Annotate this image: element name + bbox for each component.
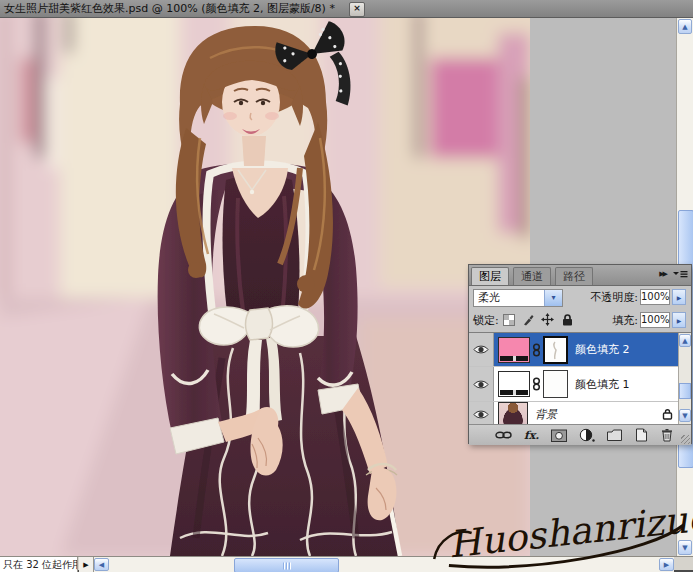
fill-layer-swatch-pink[interactable] bbox=[498, 337, 530, 363]
lock-all-icon[interactable] bbox=[561, 313, 574, 326]
eye-icon bbox=[473, 409, 489, 420]
background-layer-thumbnail[interactable] bbox=[498, 402, 528, 425]
document-title: 女生照片甜美紫红色效果.psd @ 100% (颜色填充 2, 图层蒙版/8) … bbox=[4, 2, 335, 15]
blend-mode-select[interactable]: 柔光 ▾ bbox=[473, 289, 563, 307]
add-layer-mask-icon[interactable] bbox=[551, 429, 567, 442]
background-locked-icon bbox=[662, 408, 673, 420]
layer-name[interactable]: 颜色填充 1 bbox=[575, 377, 630, 392]
collapse-panel-icon[interactable]: ▶▶ bbox=[659, 270, 666, 278]
visibility-toggle[interactable] bbox=[469, 333, 494, 366]
delete-layer-icon[interactable] bbox=[660, 428, 674, 442]
visibility-toggle[interactable] bbox=[469, 367, 494, 401]
scroll-left-icon[interactable]: ◀ bbox=[94, 558, 109, 571]
tab-layers[interactable]: 图层 bbox=[471, 267, 509, 285]
layer-mask-thumbnail[interactable] bbox=[543, 336, 568, 364]
layer-row-color-fill-2[interactable]: 颜色填充 2 bbox=[469, 333, 691, 367]
new-layer-icon[interactable] bbox=[634, 428, 648, 442]
opacity-spinner-icon[interactable]: ▶ bbox=[672, 289, 686, 305]
lock-move-icon[interactable] bbox=[541, 313, 554, 326]
fill-layer-swatch-white[interactable] bbox=[498, 371, 530, 397]
list-scrollbar-thumb[interactable] bbox=[679, 383, 691, 399]
lock-label: 锁定: bbox=[473, 313, 499, 328]
dropdown-arrow-icon[interactable]: ▾ bbox=[544, 290, 562, 306]
fill-input[interactable]: 100% bbox=[640, 312, 670, 328]
blend-mode-value: 柔光 bbox=[478, 291, 500, 304]
layer-name[interactable]: 颜色填充 2 bbox=[575, 342, 630, 357]
fill-label: 填充: bbox=[612, 313, 638, 328]
fill-thumbnail-slider bbox=[500, 390, 528, 395]
layers-panel-toolbar: fx. bbox=[469, 425, 691, 445]
layer-row-color-fill-1[interactable]: 颜色填充 1 bbox=[469, 367, 691, 402]
scroll-up-icon[interactable]: ▲ bbox=[679, 334, 691, 347]
layers-panel: 图层 通道 路径 ▶▶ 柔光 ▾ 不透明度: 100% ▶ bbox=[468, 264, 692, 444]
status-text: 只在 32 位起作用 bbox=[0, 557, 78, 572]
mask-link-icon[interactable] bbox=[532, 343, 541, 357]
visibility-toggle[interactable] bbox=[469, 402, 494, 425]
eye-icon bbox=[473, 379, 489, 390]
scroll-down-icon[interactable]: ▼ bbox=[678, 540, 692, 555]
link-layers-icon[interactable] bbox=[495, 429, 512, 441]
fill-spinner-icon[interactable]: ▶ bbox=[672, 312, 686, 328]
new-group-icon[interactable] bbox=[607, 429, 622, 441]
document-title-bar: 女生照片甜美紫红色效果.psd @ 100% (颜色填充 2, 图层蒙版/8) … bbox=[0, 0, 693, 18]
lock-row: 锁定: 填充: 100% ▶ bbox=[469, 310, 691, 332]
panel-resize-grip[interactable] bbox=[681, 435, 690, 444]
status-bar: 只在 32 位起作用 ▶ ◀ ▶ bbox=[0, 556, 693, 572]
layers-list-scrollbar[interactable]: ▲ ▼ bbox=[678, 333, 691, 424]
document-canvas[interactable] bbox=[0, 18, 530, 556]
lock-transparency-icon[interactable] bbox=[503, 314, 515, 326]
mask-link-icon[interactable] bbox=[532, 377, 541, 391]
fill-thumbnail-slider bbox=[500, 356, 528, 361]
layer-row-background[interactable]: 背景 bbox=[469, 402, 691, 425]
layer-mask-thumbnail[interactable] bbox=[543, 370, 568, 398]
eye-icon bbox=[473, 344, 489, 355]
close-icon[interactable]: × bbox=[349, 2, 365, 17]
opacity-label: 不透明度: bbox=[590, 290, 638, 305]
photo-of-woman bbox=[0, 18, 530, 556]
layers-list: 颜色填充 2 颜色填充 1 背景 bbox=[469, 332, 691, 425]
panel-tab-bar: 图层 通道 路径 ▶▶ bbox=[469, 265, 691, 286]
photoshop-window: 女生照片甜美紫红色效果.psd @ 100% (颜色填充 2, 图层蒙版/8) … bbox=[0, 0, 693, 572]
scrollbar-grip bbox=[283, 562, 291, 569]
scroll-down-icon[interactable]: ▼ bbox=[679, 409, 691, 422]
lock-paint-icon[interactable] bbox=[522, 314, 534, 326]
scroll-up-icon[interactable]: ▲ bbox=[678, 19, 692, 34]
horizontal-scrollbar-thumb[interactable] bbox=[234, 558, 339, 572]
layer-name[interactable]: 背景 bbox=[535, 407, 557, 422]
tab-paths[interactable]: 路径 bbox=[555, 267, 593, 285]
new-adjustment-layer-icon[interactable] bbox=[579, 428, 595, 442]
scroll-right-icon[interactable]: ▶ bbox=[659, 558, 674, 571]
horizontal-scrollbar[interactable]: ◀ ▶ bbox=[94, 557, 674, 572]
blend-mode-row: 柔光 ▾ 不透明度: 100% ▶ bbox=[469, 286, 691, 310]
status-menu-arrow-icon[interactable]: ▶ bbox=[79, 557, 94, 572]
opacity-input[interactable]: 100% bbox=[640, 289, 670, 305]
panel-menu-icon[interactable] bbox=[672, 269, 688, 279]
tab-channels[interactable]: 通道 bbox=[513, 267, 551, 285]
layer-style-icon[interactable]: fx. bbox=[524, 429, 539, 442]
